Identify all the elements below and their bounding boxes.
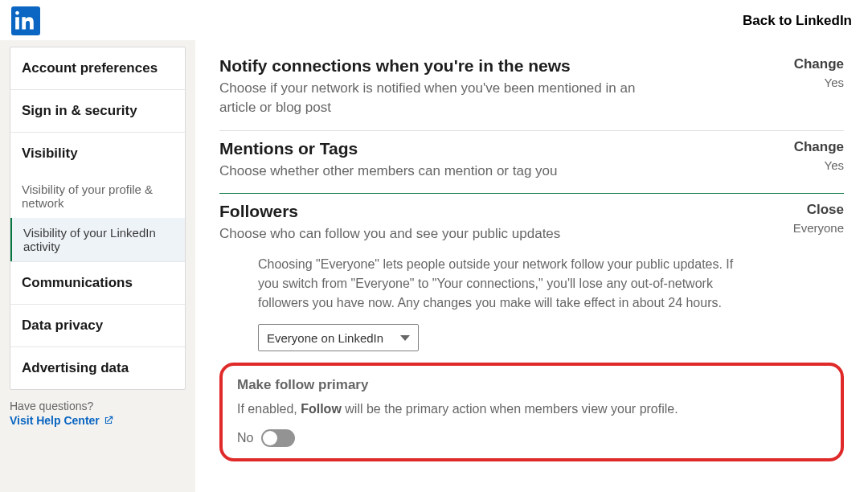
setting-followers-title: Followers <box>219 202 560 221</box>
back-to-linkedin-link[interactable]: Back to LinkedIn <box>743 13 852 29</box>
followers-audience-select[interactable]: Everyone on LinkedIn <box>258 324 419 351</box>
make-follow-primary-box: Make follow primary If enabled, Follow w… <box>219 363 844 461</box>
sidebar-item-account[interactable]: Account preferences <box>10 47 185 90</box>
sidebar-card: Account preferences Sign in & security V… <box>10 47 186 390</box>
have-questions-label: Have questions? <box>10 400 186 412</box>
setting-mentions-change[interactable]: Change <box>794 139 844 155</box>
visit-help-center-link[interactable]: Visit Help Center <box>10 414 114 427</box>
sidebar-item-visibility[interactable]: Visibility <box>10 133 185 174</box>
sidebar-sub-profile-network[interactable]: Visibility of your profile & network <box>10 174 185 218</box>
sidebar-sub-activity[interactable]: Visibility of your LinkedIn activity <box>10 218 185 261</box>
setting-followers-desc: Choose who can follow you and see your p… <box>219 224 560 244</box>
setting-mentions-desc: Choose whether other members can mention… <box>219 162 558 181</box>
external-link-icon <box>103 415 114 426</box>
sidebar-item-advertising[interactable]: Advertising data <box>10 347 185 389</box>
setting-news: Notify connections when you're in the ne… <box>219 48 844 131</box>
help-center-label: Visit Help Center <box>10 414 100 427</box>
sidebar-item-communications[interactable]: Communications <box>10 262 185 305</box>
setting-followers-value: Everyone <box>793 221 844 235</box>
make-follow-primary-toggle[interactable] <box>261 429 295 447</box>
setting-news-desc: Choose if your network is notified when … <box>219 79 669 117</box>
make-follow-primary-title: Make follow primary <box>237 377 826 393</box>
toggle-knob <box>263 431 277 445</box>
make-follow-primary-desc: If enabled, Follow will be the primary a… <box>237 400 719 418</box>
setting-followers: Followers Choose who can follow you and … <box>219 194 844 474</box>
settings-sidebar: Account preferences Sign in & security V… <box>0 40 195 492</box>
setting-news-title: Notify connections when you're in the ne… <box>219 56 669 76</box>
linkedin-logo[interactable] <box>11 6 40 35</box>
setting-news-value: Yes <box>794 76 844 89</box>
setting-followers-close[interactable]: Close <box>793 202 844 218</box>
sidebar-item-signin[interactable]: Sign in & security <box>10 90 185 133</box>
setting-mentions: Mentions or Tags Choose whether other me… <box>219 131 844 195</box>
toggle-label: No <box>237 431 253 445</box>
settings-content: Notify connections when you're in the ne… <box>195 40 868 492</box>
followers-select-value: Everyone on LinkedIn <box>267 331 383 345</box>
setting-mentions-value: Yes <box>794 158 844 172</box>
sidebar-item-data-privacy[interactable]: Data privacy <box>10 305 185 347</box>
followers-explain-text: Choosing "Everyone" lets people outside … <box>258 255 740 313</box>
linkedin-icon <box>14 10 37 32</box>
setting-news-change[interactable]: Change <box>794 56 844 72</box>
setting-mentions-title: Mentions or Tags <box>219 139 558 158</box>
chevron-down-icon <box>400 335 410 341</box>
